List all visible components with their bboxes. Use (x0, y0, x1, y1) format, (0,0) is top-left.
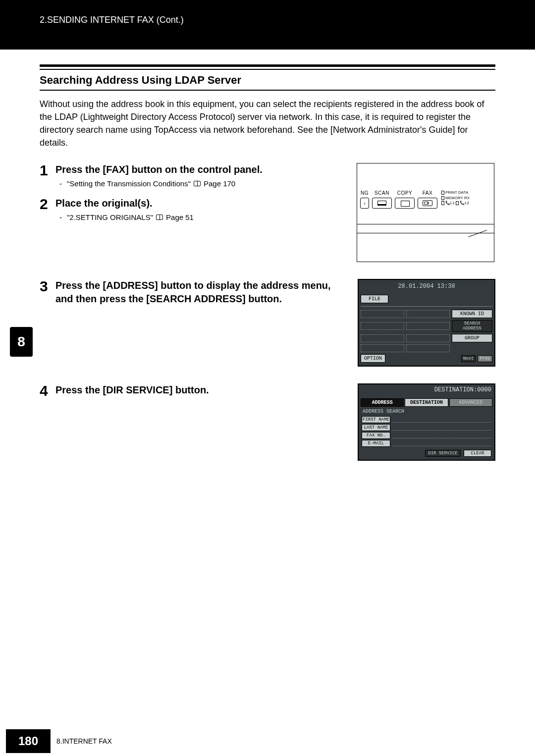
section-title-row: Searching Address Using LDAP Server (40, 74, 495, 91)
footer-chapter: 8.INTERNET FAX (56, 737, 112, 745)
scan-icon (377, 201, 386, 206)
email-button[interactable]: E-MAIL (362, 440, 390, 447)
panel-figure-col: NG › SCAN COPY FAX (357, 163, 495, 262)
rule-thin (40, 69, 495, 70)
address-cell[interactable] (361, 334, 404, 342)
mode-fax-button[interactable] (418, 198, 437, 209)
step-2-sub-page: Page 51 (166, 213, 194, 221)
mode-scan-label: SCAN (372, 190, 392, 196)
address-cell[interactable] (406, 310, 450, 318)
panel-mode-row: NG › SCAN COPY FAX (360, 190, 491, 209)
mode-ng-col: NG › (360, 190, 369, 209)
step-2: 2 Place the original(s). - "2.SETTING OR… (40, 197, 347, 225)
step-3-text: Press the [ADDRESS] button to display th… (55, 279, 348, 306)
led-memory-rx: MEMORY RX (445, 196, 470, 200)
mode-copy-label: COPY (395, 190, 415, 196)
step-2-text: Place the original(s). (55, 197, 347, 210)
clear-button[interactable]: CLEAR (464, 450, 491, 457)
step-4: 4 Press the [DIR SERVICE] button. (40, 383, 348, 400)
book-icon (194, 181, 201, 186)
lcd-address-search: DESTINATION:0000 ADDRESS DESTINATION ADV… (358, 383, 495, 461)
address-cell[interactable] (361, 344, 404, 352)
book-icon (156, 215, 163, 220)
breadcrumb: 2.SENDING INTERNET FAX (Cont.) (40, 15, 535, 25)
group-button[interactable]: GROUP (452, 334, 492, 342)
content-area: Searching Address Using LDAP Server With… (0, 50, 535, 461)
lcd-tab-row: ADDRESS DESTINATION ADVANCED (361, 398, 492, 407)
lcd-address-menu: 28.01.2004 13:38 FILE KNOWN ID SEARCH AD… (358, 279, 495, 367)
step-3-number: 3 (40, 279, 51, 309)
dash-icon: - (59, 213, 62, 221)
mode-ng-button[interactable]: › (360, 198, 369, 209)
footer: 180 8.INTERNET FAX (0, 726, 535, 756)
led-icon (441, 196, 444, 200)
step-1-sub: - "Setting the Transmission Conditions" … (59, 179, 347, 188)
mode-copy-col: COPY (395, 190, 415, 209)
lcd-datetime: 28.01.2004 13:38 (361, 282, 492, 295)
step-1-sub-page: Page 170 (204, 179, 235, 188)
lcd-divider (361, 306, 492, 307)
panel-divider (357, 224, 494, 224)
led-icon (456, 201, 459, 205)
copy-icon (401, 201, 409, 206)
address-search-title: ADDRESS SEARCH (361, 408, 492, 415)
step-4-number: 4 (40, 383, 51, 400)
mode-scan-button[interactable] (372, 198, 392, 209)
file-button[interactable]: FILE (361, 295, 388, 303)
address-cell[interactable] (406, 322, 450, 330)
first-name-button[interactable]: FIRST NAME (362, 416, 390, 423)
step-3-row: 3 Press the [ADDRESS] button to display … (40, 279, 495, 367)
header-band: 2.SENDING INTERNET FAX (Cont.) (0, 0, 535, 50)
step-4-row: 4 Press the [DIR SERVICE] button. DESTIN… (40, 383, 495, 461)
mode-copy-button[interactable] (395, 198, 415, 209)
last-name-button[interactable]: LAST NAME (362, 424, 390, 431)
address-cell[interactable] (361, 322, 404, 330)
step-1-sub-label: "Setting the Transmission Conditions" (67, 179, 191, 188)
led-icon (441, 201, 444, 205)
prev-button[interactable]: Prev (478, 355, 492, 362)
first-name-field[interactable] (392, 417, 491, 423)
step-1-text: Press the [FAX] button on the control pa… (55, 163, 347, 176)
panel-leds: PRINT DATA MEMORY RX 📞L1 📞L2 (441, 190, 470, 206)
option-button[interactable]: OPTION (361, 354, 385, 363)
fax-no-field[interactable] (392, 432, 491, 438)
address-cell[interactable] (361, 310, 404, 318)
dash-icon: - (59, 179, 62, 188)
tab-destination[interactable]: DESTINATION (405, 398, 448, 407)
led-print-data: PRINT DATA (445, 190, 468, 195)
mode-fax-label: FAX (418, 190, 437, 196)
steps-1-2-row: 1 Press the [FAX] button on the control … (40, 163, 495, 262)
step-1-number: 1 (40, 163, 51, 192)
mode-ng-label: NG (360, 190, 369, 196)
step-1: 1 Press the [FAX] button on the control … (40, 163, 347, 192)
panel-divider (357, 233, 494, 233)
known-id-button[interactable]: KNOWN ID (452, 310, 492, 318)
section-intro: Without using the address book in this e… (40, 98, 495, 149)
control-panel-figure: NG › SCAN COPY FAX (357, 163, 494, 262)
panel-corner-line (468, 230, 487, 237)
fax-icon (423, 200, 432, 206)
fax-no-button[interactable]: FAX NO. (362, 432, 390, 439)
mode-fax-col: FAX (418, 190, 437, 209)
tab-advanced[interactable]: ADVANCED (449, 398, 492, 407)
step-2-number: 2 (40, 197, 51, 225)
search-address-button[interactable]: SEARCH ADDRESS (452, 320, 492, 332)
email-field[interactable] (392, 440, 491, 446)
step-2-sub: - "2.SETTING ORIGINALS" Page 51 (59, 213, 347, 221)
address-cell[interactable] (406, 334, 450, 342)
dir-service-button[interactable]: DIR SERVICE (425, 450, 461, 457)
destination-count: DESTINATION:0000 (361, 385, 492, 398)
next-button[interactable]: Next (461, 355, 476, 362)
rule-thick (40, 64, 495, 67)
step-2-sub-label: "2.SETTING ORIGINALS" (67, 213, 153, 221)
tab-address[interactable]: ADDRESS (361, 398, 404, 407)
steps-1-2-text: 1 Press the [FAX] button on the control … (40, 163, 347, 262)
address-cell[interactable] (406, 344, 450, 352)
mode-scan-col: SCAN (372, 190, 392, 209)
last-name-field[interactable] (392, 425, 491, 431)
section-title: Searching Address Using LDAP Server (40, 74, 495, 87)
step-4-text: Press the [DIR SERVICE] button. (55, 383, 348, 397)
led-l1: L1 (450, 201, 455, 205)
led-l2: L2 (465, 201, 469, 205)
chapter-side-tab: 8 (10, 327, 33, 357)
